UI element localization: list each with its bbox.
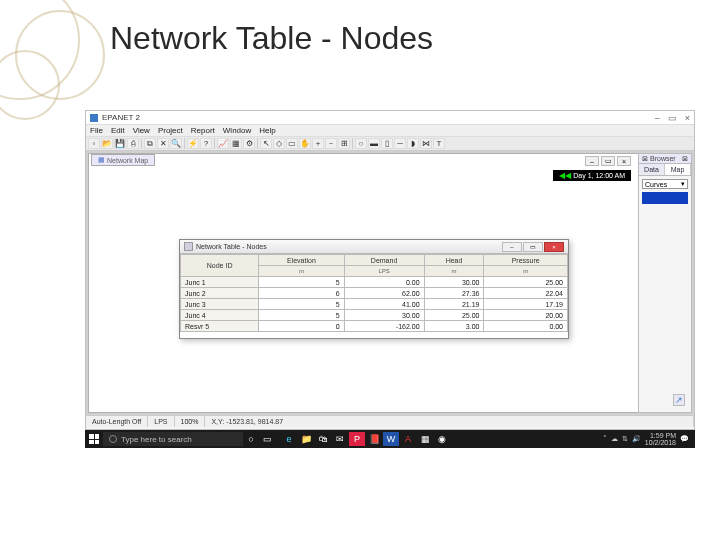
- col-nodeid[interactable]: Node ID: [181, 255, 259, 277]
- search-box[interactable]: Type here to search: [103, 432, 243, 446]
- sub-maximize-button[interactable]: ▭: [601, 156, 615, 166]
- external-link-icon[interactable]: ↗: [673, 394, 685, 406]
- fullext-icon[interactable]: ⊞: [338, 138, 350, 149]
- vertex-icon[interactable]: ◇: [273, 138, 285, 149]
- menu-edit[interactable]: Edit: [111, 126, 125, 135]
- col-elevation[interactable]: Elevation: [259, 255, 344, 266]
- dialog-minimize-button[interactable]: –: [502, 242, 522, 252]
- menu-report[interactable]: Report: [191, 126, 215, 135]
- taskbar: Type here to search ○ ▭ e 📁 🛍 ✉ P 📕 W A …: [85, 430, 695, 448]
- tray-up-icon[interactable]: ˄: [603, 435, 607, 443]
- browser-combo[interactable]: Curves▾: [642, 179, 688, 189]
- col-demand[interactable]: Demand: [344, 255, 424, 266]
- pipe-icon[interactable]: ─: [394, 138, 406, 149]
- table-row[interactable]: Resvr 50-162.003.000.00: [181, 321, 568, 332]
- tab-data[interactable]: Data: [639, 164, 665, 175]
- table-row[interactable]: Junc 150.0030.0025.00: [181, 277, 568, 288]
- dialog-titlebar[interactable]: Network Table - Nodes – ▭ ×: [180, 240, 568, 254]
- status-autolen[interactable]: Auto-Length Off: [86, 416, 148, 427]
- status-zoom: 100%: [175, 416, 206, 427]
- wifi-icon[interactable]: ⇅: [622, 435, 628, 443]
- graph-icon[interactable]: 📈: [217, 138, 229, 149]
- start-button[interactable]: [85, 434, 103, 444]
- table-row[interactable]: Junc 3541.0021.1917.19: [181, 299, 568, 310]
- subwindow-tab[interactable]: ▦ Network Map: [91, 154, 155, 166]
- tray-date[interactable]: 10/2/2018: [645, 439, 676, 446]
- find-icon[interactable]: 🔍: [170, 138, 182, 149]
- options-icon[interactable]: ⚙: [243, 138, 255, 149]
- dialog-close-button[interactable]: ×: [544, 242, 564, 252]
- zoomin-icon[interactable]: ＋: [312, 138, 324, 149]
- tab-map[interactable]: Map: [665, 164, 691, 175]
- pan-icon[interactable]: ✋: [299, 138, 311, 149]
- explorer-icon[interactable]: 📁: [298, 432, 314, 446]
- browser-list-item[interactable]: [642, 192, 688, 204]
- mail-icon[interactable]: ✉: [332, 432, 348, 446]
- zoomout-icon[interactable]: －: [325, 138, 337, 149]
- col-head[interactable]: Head: [424, 255, 484, 266]
- dialog-maximize-button[interactable]: ▭: [523, 242, 543, 252]
- menu-project[interactable]: Project: [158, 126, 183, 135]
- minimize-button[interactable]: –: [655, 113, 660, 123]
- map-icon: ▦: [98, 156, 105, 164]
- cloud-icon[interactable]: ☁: [611, 435, 618, 443]
- delete-icon[interactable]: ✕: [157, 138, 169, 149]
- menubar: File Edit View Project Report Window Hel…: [86, 125, 694, 137]
- reservoir-icon[interactable]: ▬: [368, 138, 380, 149]
- store-icon[interactable]: 🛍: [315, 432, 331, 446]
- menu-window[interactable]: Window: [223, 126, 251, 135]
- time-badge[interactable]: ◀◀ Day 1, 12:00 AM: [553, 170, 631, 181]
- save-icon[interactable]: 💾: [114, 138, 126, 149]
- autocad-icon[interactable]: A: [400, 432, 416, 446]
- copy-icon[interactable]: ⧉: [144, 138, 156, 149]
- rewind-icon[interactable]: ◀◀: [559, 171, 571, 180]
- valve-icon[interactable]: ⋈: [420, 138, 432, 149]
- tray-time[interactable]: 1:59 PM: [645, 432, 676, 439]
- pdf-icon[interactable]: 📕: [366, 432, 382, 446]
- browser-panel: ⊠Browser ⊠ Data Map Curves▾ ↗: [638, 153, 692, 413]
- query-icon[interactable]: ?: [200, 138, 212, 149]
- cortana-icon[interactable]: ○: [243, 432, 259, 446]
- new-icon[interactable]: ▫: [88, 138, 100, 149]
- menu-help[interactable]: Help: [259, 126, 275, 135]
- print-icon[interactable]: ⎙: [127, 138, 139, 149]
- status-units: LPS: [148, 416, 174, 427]
- misc-icon[interactable]: ▦: [417, 432, 433, 446]
- volume-icon[interactable]: 🔊: [632, 435, 641, 443]
- chrome-icon[interactable]: ◉: [434, 432, 450, 446]
- toolbar: ▫ 📂 💾 ⎙ ⧉ ✕ 🔍 ⚡ ? 📈 ▦ ⚙ ↖ ◇ ▭ ✋ ＋ － ⊞ ○ …: [86, 137, 694, 151]
- col-pressure[interactable]: Pressure: [484, 255, 568, 266]
- taskview-icon[interactable]: ▭: [259, 432, 275, 446]
- nodes-table[interactable]: Node ID Elevation Demand Head Pressure m…: [180, 254, 568, 332]
- search-placeholder: Type here to search: [121, 435, 192, 444]
- sub-minimize-button[interactable]: –: [585, 156, 599, 166]
- table-icon[interactable]: ▦: [230, 138, 242, 149]
- notifications-icon[interactable]: 💬: [680, 435, 689, 443]
- run-icon[interactable]: ⚡: [187, 138, 199, 149]
- app-title: EPANET 2: [102, 113, 655, 122]
- status-xy: X,Y: -1523.81, 9814.87: [205, 416, 694, 427]
- select-icon[interactable]: ↖: [260, 138, 272, 149]
- table-row[interactable]: Junc 2662.0027.3622.04: [181, 288, 568, 299]
- sub-close-button[interactable]: ×: [617, 156, 631, 166]
- menu-view[interactable]: View: [133, 126, 150, 135]
- unit-head: m: [424, 266, 484, 277]
- powerpoint-icon[interactable]: P: [349, 432, 365, 446]
- titlebar[interactable]: EPANET 2 – ▭ ×: [86, 111, 694, 125]
- system-tray[interactable]: ˄ ☁ ⇅ 🔊 1:59 PM 10/2/2018 💬: [597, 432, 695, 446]
- browser-title[interactable]: ⊠Browser ⊠: [639, 154, 691, 164]
- menu-file[interactable]: File: [90, 126, 103, 135]
- table-row[interactable]: Junc 4530.0025.0020.00: [181, 310, 568, 321]
- region-icon[interactable]: ▭: [286, 138, 298, 149]
- pump-icon[interactable]: ◗: [407, 138, 419, 149]
- edge-icon[interactable]: e: [281, 432, 297, 446]
- unit-demand: LPS: [344, 266, 424, 277]
- tank-icon[interactable]: ▯: [381, 138, 393, 149]
- maximize-button[interactable]: ▭: [668, 113, 677, 123]
- junction-icon[interactable]: ○: [355, 138, 367, 149]
- close-button[interactable]: ×: [685, 113, 690, 123]
- open-icon[interactable]: 📂: [101, 138, 113, 149]
- label-icon[interactable]: T: [433, 138, 445, 149]
- word-icon[interactable]: W: [383, 432, 399, 446]
- map-panel[interactable]: ▦ Network Map – ▭ × ◀◀ Day 1, 12:00 AM N…: [88, 153, 692, 413]
